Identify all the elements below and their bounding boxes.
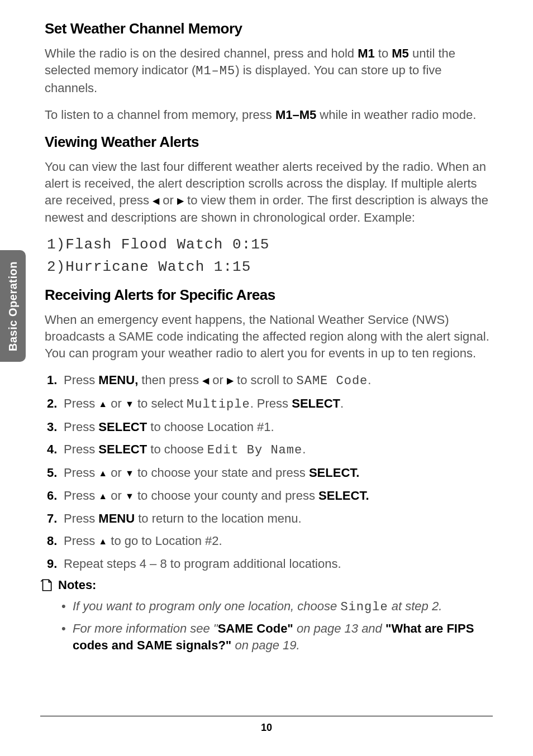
- lcd-example-2: 2)Hurricane Watch 1:15: [47, 259, 494, 275]
- sidebar-label: Basic Operation: [7, 261, 20, 351]
- sidebar-tab: Basic Operation: [0, 250, 26, 362]
- text: To listen to a channel from memory, pres…: [45, 108, 275, 122]
- paragraph: While the radio is on the desired channe…: [45, 45, 494, 97]
- text: . Press: [250, 396, 292, 410]
- key-menu: MENU,: [98, 373, 138, 387]
- key-m1: M1: [358, 46, 375, 60]
- text: to: [375, 46, 392, 60]
- step-7: Press MENU to return to the location men…: [47, 510, 494, 527]
- paragraph: To listen to a channel from memory, pres…: [45, 107, 494, 123]
- note-icon: [39, 578, 54, 592]
- down-arrow-icon: ▼: [125, 396, 134, 413]
- up-arrow-icon: ▲: [98, 465, 107, 482]
- notes-list: If you want to program only one location…: [45, 598, 494, 654]
- text: to choose your county and press: [134, 489, 318, 503]
- steps-list: Press MENU, then press ◀ or ▶ to scroll …: [45, 372, 494, 572]
- text: or: [159, 193, 177, 207]
- text: While the radio is on the desired channe…: [45, 46, 358, 60]
- text: on page 19.: [231, 638, 299, 652]
- heading-receiving-alerts: Receiving Alerts for Specific Areas: [45, 286, 494, 304]
- note-2: For more information see "SAME Code" on …: [61, 620, 494, 654]
- key-select: SELECT: [98, 420, 147, 434]
- text: while in weather radio mode.: [316, 108, 476, 122]
- lcd-multiple: Multiple: [187, 398, 250, 412]
- step-9: Repeat steps 4 – 8 to program additional…: [47, 556, 494, 572]
- lcd-single: Single: [340, 600, 388, 614]
- heading-viewing-weather-alerts: Viewing Weather Alerts: [45, 133, 494, 151]
- up-arrow-icon: ▲: [98, 488, 107, 505]
- lcd-indicator: M1–M5: [196, 64, 235, 78]
- text: Press: [64, 466, 98, 480]
- text: Press: [64, 442, 98, 456]
- lcd-edit-by-name: Edit By Name: [207, 443, 302, 457]
- text: Press: [64, 489, 98, 503]
- paragraph: When an emergency event happens, the Nat…: [45, 312, 494, 362]
- text: to scroll to: [234, 373, 296, 387]
- lcd-same-code: SAME Code: [296, 374, 368, 388]
- down-arrow-icon: ▼: [125, 465, 134, 482]
- text: Press: [64, 420, 98, 434]
- text: or: [209, 373, 227, 387]
- step-5: Press ▲ or ▼ to choose your state and pr…: [47, 465, 494, 482]
- heading-set-weather-channel-memory: Set Weather Channel Memory: [45, 20, 494, 37]
- right-arrow-icon: ▶: [227, 372, 234, 389]
- text: .: [368, 373, 371, 387]
- up-arrow-icon: ▲: [98, 396, 107, 413]
- key-m5: M5: [392, 46, 409, 60]
- ref-same-code: SAME Code": [218, 621, 293, 635]
- text: on page 13 and: [293, 621, 386, 635]
- note-1: If you want to program only one location…: [61, 598, 494, 616]
- document-page: Basic Operation Set Weather Channel Memo…: [0, 0, 533, 756]
- text: or: [107, 396, 125, 410]
- notes-header: Notes:: [39, 578, 494, 592]
- text: .: [340, 396, 344, 410]
- text: Press: [64, 534, 98, 548]
- key-select: SELECT.: [318, 489, 369, 503]
- text: to select: [134, 396, 187, 410]
- text: to go to Location #2.: [107, 534, 222, 548]
- step-1: Press MENU, then press ◀ or ▶ to scroll …: [47, 372, 494, 390]
- key-select: SELECT.: [309, 466, 359, 480]
- key-select: SELECT: [292, 396, 340, 410]
- key-menu: MENU: [98, 511, 135, 525]
- step-3: Press SELECT to choose Location #1.: [47, 419, 494, 436]
- step-4: Press SELECT to choose Edit By Name.: [47, 441, 494, 459]
- text: Press: [64, 511, 98, 525]
- text: then press: [138, 373, 202, 387]
- text: or: [107, 466, 125, 480]
- text: to choose: [147, 442, 207, 456]
- text: to choose Location #1.: [147, 420, 274, 434]
- page-footer: 10: [0, 716, 533, 734]
- down-arrow-icon: ▼: [125, 488, 134, 505]
- text: to choose your state and press: [134, 466, 309, 480]
- text: Press: [64, 396, 98, 410]
- paragraph: You can view the last four different wea…: [45, 159, 494, 226]
- notes-label: Notes:: [58, 578, 96, 592]
- left-arrow-icon: ◀: [153, 193, 159, 209]
- step-8: Press ▲ to go to Location #2.: [47, 533, 494, 550]
- up-arrow-icon: ▲: [98, 533, 107, 550]
- text: at step 2.: [388, 599, 442, 613]
- step-6: Press ▲ or ▼ to choose your county and p…: [47, 487, 494, 505]
- text: to return to the location menu.: [135, 511, 301, 525]
- key-m1-m5: M1–M5: [275, 108, 316, 122]
- left-arrow-icon: ◀: [202, 372, 209, 389]
- text: For more information see ": [73, 621, 218, 635]
- step-2: Press ▲ or ▼ to select Multiple. Press S…: [47, 395, 494, 413]
- text: Press: [64, 373, 98, 387]
- text: or: [107, 489, 125, 503]
- text: If you want to program only one location…: [73, 599, 340, 613]
- key-select: SELECT: [98, 442, 147, 456]
- right-arrow-icon: ▶: [177, 193, 184, 209]
- page-number: 10: [0, 722, 533, 734]
- lcd-example-1: 1)Flash Flood Watch 0:15: [47, 236, 494, 253]
- footer-rule: [40, 716, 493, 716]
- text: .: [302, 442, 306, 456]
